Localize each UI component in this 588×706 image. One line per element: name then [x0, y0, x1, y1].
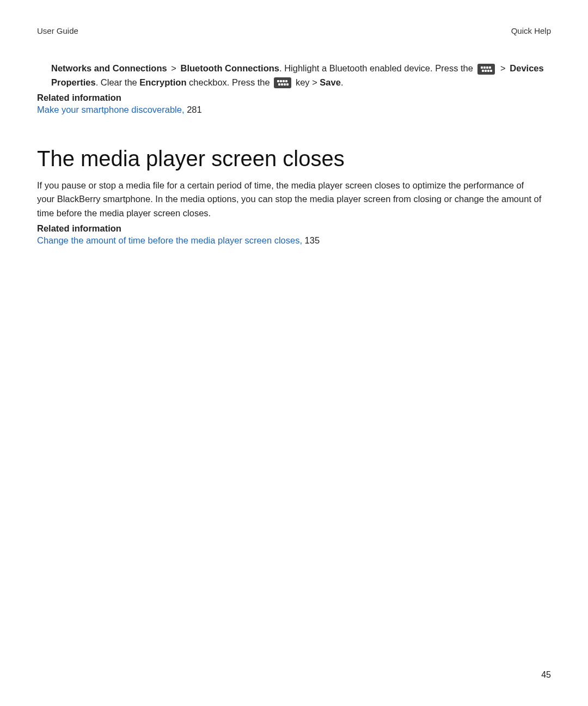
text-key-save: key > — [296, 77, 320, 87]
related-page-number: 281 — [187, 105, 202, 114]
text-clear-the: . Clear the — [96, 77, 140, 87]
header-left: User Guide — [37, 26, 78, 35]
blackberry-key-icon — [477, 64, 495, 75]
related-info-line: Make your smartphone discoverable, 281 — [37, 103, 551, 117]
page-header: User Guide Quick Help — [37, 26, 551, 35]
text-period: . — [341, 77, 344, 87]
section-media-player: The media player screen closes If you pa… — [37, 147, 551, 248]
related-page-number-2: 135 — [305, 235, 320, 245]
text-bluetooth-connections: Bluetooth Connections — [181, 63, 279, 73]
text-gt: > — [171, 63, 176, 73]
blackberry-key-icon — [274, 77, 291, 88]
related-info-heading-2: Related information — [37, 223, 551, 234]
section-title: The media player screen closes — [37, 147, 551, 171]
section-bluetooth-instructions: Networks and Connections > Bluetooth Con… — [37, 62, 551, 89]
text-gt-2: > — [500, 63, 506, 73]
text-checkbox-press: checkbox. Press the — [187, 77, 273, 87]
text-encryption: Encryption — [139, 77, 186, 87]
instruction-paragraph: Networks and Connections > Bluetooth Con… — [51, 62, 551, 89]
related-information-block-1: Related information Make your smartphone… — [37, 93, 551, 117]
text-networks-connections: Networks and Connections — [51, 63, 167, 73]
link-make-discoverable[interactable]: Make your smartphone discoverable, — [37, 105, 187, 114]
page-number: 45 — [541, 670, 551, 680]
related-info-line-2: Change the amount of time before the med… — [37, 234, 551, 248]
header-right: Quick Help — [511, 26, 551, 35]
section-body: If you pause or stop a media file for a … — [37, 179, 551, 221]
text-save: Save — [320, 77, 341, 87]
text-highlight-device: . Highlight a Bluetooth enabled device. … — [279, 63, 475, 73]
link-change-time[interactable]: Change the amount of time before the med… — [37, 235, 305, 245]
related-info-heading: Related information — [37, 93, 551, 103]
